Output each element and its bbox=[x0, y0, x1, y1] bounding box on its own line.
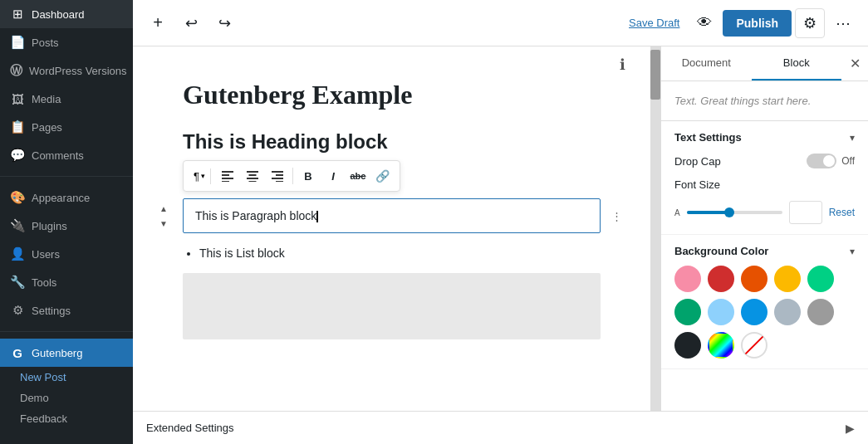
block-options-button[interactable]: ⋮ bbox=[606, 206, 626, 226]
appearance-icon: 🎨 bbox=[10, 190, 25, 205]
sidebar-item-gutenberg[interactable]: G Gutenberg bbox=[0, 339, 133, 367]
sidebar-subitem-feedback[interactable]: Feedback bbox=[0, 408, 133, 429]
main-area: + ↩ ↪ Save Draft 👁 Publish ⚙ ⋯ ℹ bbox=[133, 0, 868, 444]
drop-cap-state: Off bbox=[841, 155, 855, 167]
text-settings-header[interactable]: Text Settings ▾ bbox=[674, 131, 855, 144]
tab-block[interactable]: Block bbox=[752, 46, 842, 81]
settings-icon: ⚙ bbox=[10, 303, 25, 318]
info-button[interactable]: ℹ bbox=[611, 53, 634, 76]
color-yellow[interactable] bbox=[774, 266, 801, 292]
svg-rect-5 bbox=[248, 174, 256, 176]
paragraph-block[interactable]: ▲ ▼ This is Paragraph block ⋮ bbox=[183, 198, 601, 233]
color-black[interactable] bbox=[674, 332, 701, 359]
font-size-slider-thumb bbox=[724, 207, 734, 217]
align-left-button[interactable] bbox=[216, 164, 239, 188]
sidebar-item-users[interactable]: 👤 Users bbox=[0, 240, 133, 268]
background-color-section: Background Color ▾ bbox=[661, 235, 868, 369]
align-right-button[interactable] bbox=[266, 164, 289, 188]
color-green-dark[interactable] bbox=[674, 299, 701, 325]
sidebar-item-settings[interactable]: ⚙ Settings bbox=[0, 296, 133, 324]
settings-button[interactable]: ⚙ bbox=[795, 8, 825, 38]
svg-rect-4 bbox=[247, 171, 258, 173]
editor-scroll[interactable]: ℹ Gutenberg Example This is Heading bloc… bbox=[133, 46, 650, 411]
sidebar-item-label: Media bbox=[32, 93, 61, 105]
sidebar-item-label: Tools bbox=[32, 276, 56, 289]
list-item[interactable]: This is List block bbox=[199, 246, 601, 260]
sidebar-item-plugins[interactable]: 🔌 Plugins bbox=[0, 212, 133, 240]
svg-rect-8 bbox=[272, 171, 283, 173]
preview-button[interactable]: 👁 bbox=[689, 8, 719, 38]
font-size-control-row: A Reset bbox=[674, 201, 855, 224]
paragraph-icon: ¶ bbox=[194, 170, 199, 183]
undo-button[interactable]: ↩ bbox=[176, 8, 206, 38]
dashboard-icon: ⊞ bbox=[10, 7, 25, 22]
paragraph-type-button[interactable]: ¶ ▾ bbox=[189, 168, 211, 184]
italic-button[interactable]: I bbox=[321, 164, 345, 188]
move-down-button[interactable]: ▼ bbox=[154, 216, 174, 231]
align-right-icon bbox=[272, 170, 283, 182]
editor-content: Gutenberg Example This is Heading block … bbox=[133, 46, 650, 411]
color-multi[interactable] bbox=[708, 332, 734, 359]
undo-icon: ↩ bbox=[185, 14, 198, 32]
gear-icon: ⚙ bbox=[803, 14, 817, 32]
color-pink[interactable] bbox=[674, 266, 701, 292]
add-block-button[interactable]: + bbox=[143, 8, 173, 38]
svg-rect-3 bbox=[222, 181, 229, 182]
list-block: This is List block bbox=[183, 246, 601, 260]
link-button[interactable]: 🔗 bbox=[371, 164, 395, 188]
color-none[interactable] bbox=[741, 332, 767, 359]
placeholder-block bbox=[183, 273, 601, 339]
editor-scrollbar-thumb[interactable] bbox=[650, 50, 660, 100]
color-orange[interactable] bbox=[741, 266, 767, 292]
color-blue[interactable] bbox=[741, 299, 767, 325]
sidebar-item-dashboard[interactable]: ⊞ Dashboard bbox=[0, 0, 133, 28]
drop-cap-label: Drop Cap bbox=[674, 155, 721, 168]
post-title[interactable]: Gutenberg Example bbox=[183, 80, 601, 110]
sidebar-item-comments[interactable]: 💬 Comments bbox=[0, 141, 133, 169]
font-size-reset-button[interactable]: Reset bbox=[829, 207, 855, 218]
heading-block[interactable]: This is Heading block bbox=[183, 130, 601, 154]
save-draft-button[interactable]: Save Draft bbox=[622, 12, 686, 34]
color-gray[interactable] bbox=[807, 299, 834, 325]
sidebar-item-label: Plugins bbox=[32, 220, 67, 232]
color-gray-light[interactable] bbox=[774, 299, 801, 325]
sidebar-item-tools[interactable]: 🔧 Tools bbox=[0, 268, 133, 296]
sidebar-subitem-new-post[interactable]: New Post bbox=[0, 367, 133, 388]
sidebar-item-media[interactable]: 🖼 Media bbox=[0, 85, 133, 113]
ellipsis-icon: ⋯ bbox=[836, 14, 851, 32]
svg-rect-6 bbox=[247, 178, 258, 179]
sidebar-item-posts[interactable]: 📄 Posts bbox=[0, 28, 133, 56]
sidebar-item-wordpress-versions[interactable]: Ⓦ WordPress Versions bbox=[0, 56, 133, 85]
editor-scrollbar[interactable] bbox=[650, 46, 660, 411]
sidebar-subitem-demo[interactable]: Demo bbox=[0, 388, 133, 408]
toggle-knob bbox=[823, 155, 835, 167]
drop-cap-toggle[interactable] bbox=[807, 154, 836, 168]
toolbar-divider bbox=[292, 168, 293, 184]
font-size-label: Font Size bbox=[674, 178, 720, 191]
tab-document[interactable]: Document bbox=[661, 46, 752, 81]
color-blue-light[interactable] bbox=[708, 299, 734, 325]
font-size-slider[interactable] bbox=[687, 211, 782, 214]
strikethrough-button[interactable]: abc bbox=[346, 164, 370, 188]
sidebar-item-pages[interactable]: 📋 Pages bbox=[0, 113, 133, 141]
panel-close-button[interactable]: ✕ bbox=[841, 51, 868, 77]
background-color-header[interactable]: Background Color ▾ bbox=[674, 245, 855, 257]
extended-settings-bar[interactable]: Extended Settings ▶ bbox=[133, 411, 868, 444]
color-swatches bbox=[674, 266, 855, 359]
color-green-light[interactable] bbox=[807, 266, 834, 292]
move-up-button[interactable]: ▲ bbox=[154, 201, 174, 216]
color-red[interactable] bbox=[708, 266, 734, 292]
sidebar-divider bbox=[0, 176, 133, 177]
more-options-button[interactable]: ⋯ bbox=[828, 8, 858, 38]
svg-rect-0 bbox=[222, 171, 233, 173]
background-color-chevron: ▾ bbox=[850, 246, 855, 257]
align-center-button[interactable] bbox=[241, 164, 264, 188]
editor-panel-area: ℹ Gutenberg Example This is Heading bloc… bbox=[133, 46, 868, 411]
block-mover: ▲ ▼ bbox=[154, 201, 174, 231]
bold-button[interactable]: B bbox=[297, 164, 320, 188]
sidebar-item-appearance[interactable]: 🎨 Appearance bbox=[0, 183, 133, 212]
redo-button[interactable]: ↪ bbox=[209, 8, 239, 38]
font-size-input[interactable] bbox=[789, 201, 822, 224]
strikethrough-icon: abc bbox=[351, 171, 366, 181]
publish-button[interactable]: Publish bbox=[723, 10, 792, 37]
